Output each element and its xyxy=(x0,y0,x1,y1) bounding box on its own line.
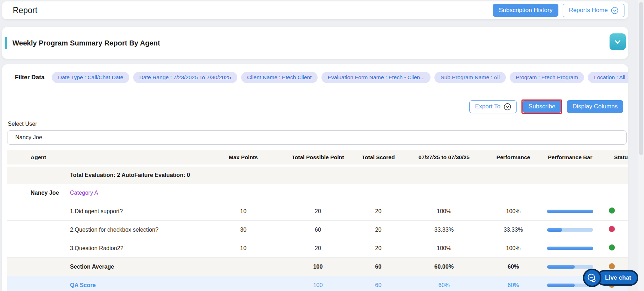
filter-chip-evaluation-form[interactable]: Evaluation Form Name : Etech - Clien... xyxy=(321,72,431,83)
subscription-history-label: Subscription History xyxy=(499,7,552,14)
total-scored-value: 60 xyxy=(348,264,408,270)
status-dot xyxy=(609,244,615,250)
chevron-down-icon xyxy=(614,38,622,46)
question-row: 1.Did agent support? 10 20 20 100% 100% xyxy=(7,202,628,221)
date-range-value: 100% xyxy=(408,245,480,252)
status-dot xyxy=(609,263,615,269)
export-to-label: Export To xyxy=(475,103,500,110)
status-cell xyxy=(593,244,628,252)
report-table: Agent Max Points Total Possible Point To… xyxy=(7,150,628,291)
total-scored-value: 20 xyxy=(348,227,408,233)
section-average-row: Section Average 100 60 60.00% 60% xyxy=(7,258,628,276)
agent-category-row: Nancy Joe Category A xyxy=(7,184,628,202)
status-dot xyxy=(609,226,615,232)
header-actions: Subscription History Reports Home xyxy=(493,4,624,17)
total-possible-value: 20 xyxy=(288,245,348,252)
filter-chip-client-name[interactable]: Client Name : Etech Client xyxy=(241,72,318,83)
col-max-points: Max Points xyxy=(199,154,288,161)
select-user-label: Select User xyxy=(8,121,628,127)
status-cell xyxy=(593,226,628,233)
date-range-value: 33.33% xyxy=(408,227,480,233)
total-scored-value: 60 xyxy=(348,282,408,289)
question-row: 3.Question Radion2? 10 20 20 100% 100% xyxy=(7,239,628,258)
chevron-down-circle-icon xyxy=(504,103,511,111)
performance-value: 100% xyxy=(480,208,547,215)
filter-row: Filter Data Date Type : Call/Chat Date D… xyxy=(2,64,628,90)
filter-chip-date-range[interactable]: Date Range : 7/23/2025 To 7/30/2025 xyxy=(133,72,237,83)
total-scored-value: 20 xyxy=(348,208,408,215)
col-status: Status xyxy=(593,154,628,161)
performance-bar xyxy=(547,228,593,232)
accent-bar xyxy=(5,37,7,49)
total-scored-value: 20 xyxy=(348,245,408,252)
table-toolbar: Export To Subscribe Display Columns xyxy=(2,99,628,114)
date-range-value: 60.00% xyxy=(408,264,480,270)
filter-chip-date-type[interactable]: Date Type : Call/Chat Date xyxy=(52,72,129,83)
select-user-group: Select User xyxy=(2,121,628,145)
category-link[interactable]: Category A xyxy=(70,190,98,196)
question-label: 2.Question for checkbox selection? xyxy=(60,227,199,233)
display-columns-label: Display Columns xyxy=(572,103,618,110)
filter-chip-sub-program[interactable]: Sub Program Name : All xyxy=(434,72,505,83)
evaluation-summary-row: Total Evaluation: 2 AutoFailure Evaluati… xyxy=(7,167,628,184)
subscribe-label: Subscribe xyxy=(529,103,556,110)
qa-score-row: QA Score 100 60 60% 60% xyxy=(7,276,628,291)
date-range-value: 100% xyxy=(408,208,480,215)
col-total-scored: Total Scored xyxy=(348,154,408,161)
export-to-button[interactable]: Export To xyxy=(469,100,517,113)
col-agent: Agent xyxy=(7,154,60,161)
display-columns-button[interactable]: Display Columns xyxy=(567,100,623,113)
performance-value: 33.33% xyxy=(480,227,547,233)
col-performance-bar: Performance Bar xyxy=(547,154,593,161)
performance-bar xyxy=(547,210,593,213)
max-points-value: 10 xyxy=(199,208,288,215)
performance-bar xyxy=(547,265,593,269)
collapse-report-button[interactable] xyxy=(610,33,626,50)
reports-home-label: Reports Home xyxy=(569,7,608,14)
section-average-label: Section Average xyxy=(60,264,199,270)
chat-bubble-icon xyxy=(583,269,601,287)
agent-name: Nancy Joe xyxy=(7,190,60,196)
performance-value: 100% xyxy=(480,245,547,252)
date-range-value: 60% xyxy=(408,282,480,289)
total-possible-value: 20 xyxy=(288,208,348,215)
report-title-card: Weekly Program Summary Report By Agent xyxy=(2,27,628,59)
chevron-down-circle-icon xyxy=(611,7,618,14)
table-header-row: Agent Max Points Total Possible Point To… xyxy=(7,150,628,165)
live-chat-label: Live chat xyxy=(596,270,638,286)
question-label: 1.Did agent support? xyxy=(60,208,199,215)
top-header: Report Subscription History Reports Home xyxy=(2,1,628,19)
col-performance: Performance xyxy=(480,154,547,161)
performance-bar xyxy=(547,247,593,250)
col-total-possible-point: Total Possible Point xyxy=(288,154,348,161)
status-dot xyxy=(609,208,615,214)
question-row: 2.Question for checkbox selection? 30 60… xyxy=(7,221,628,239)
filter-chip-program[interactable]: Program : Etech Program xyxy=(510,72,584,83)
page-title: Report xyxy=(13,6,37,15)
filter-data-label: Filter Data xyxy=(15,74,44,81)
report-name: Weekly Program Summary Report By Agent xyxy=(12,39,160,47)
total-possible-value: 100 xyxy=(288,282,348,289)
evaluation-summary-text: Total Evaluation: 2 AutoFailure Evaluati… xyxy=(60,172,408,178)
max-points-value: 10 xyxy=(199,245,288,252)
reports-home-button[interactable]: Reports Home xyxy=(563,4,624,17)
select-user-input[interactable] xyxy=(7,130,627,145)
qa-score-label: QA Score xyxy=(60,282,199,289)
question-label: 3.Question Radion2? xyxy=(60,245,199,252)
subscription-history-button[interactable]: Subscription History xyxy=(493,4,558,17)
scrollbar-thumb[interactable] xyxy=(639,2,643,155)
total-possible-value: 60 xyxy=(288,227,348,233)
performance-value: 60% xyxy=(480,264,547,270)
performance-value: 60% xyxy=(480,282,547,289)
filter-chip-location[interactable]: Location : All xyxy=(588,72,628,83)
max-points-value: 30 xyxy=(199,227,288,233)
status-cell xyxy=(593,208,628,215)
report-content-card: Filter Data Date Type : Call/Chat Date D… xyxy=(2,64,628,291)
subscribe-button[interactable]: Subscribe xyxy=(523,101,562,113)
vertical-scrollbar[interactable] xyxy=(638,0,644,291)
col-date-range: 07/27/25 to 07/30/25 xyxy=(408,154,480,161)
total-possible-value: 100 xyxy=(288,264,348,270)
subscribe-highlight-box: Subscribe xyxy=(521,99,563,114)
live-chat-widget[interactable]: Live chat xyxy=(583,269,638,287)
